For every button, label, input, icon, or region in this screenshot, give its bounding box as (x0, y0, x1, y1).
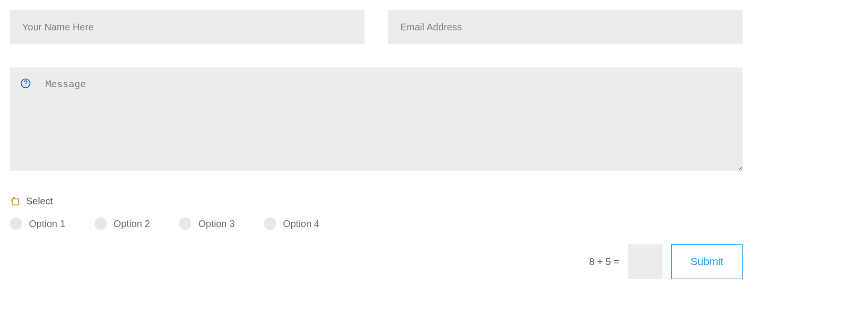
captcha-question: 8 + 5 = (589, 256, 619, 267)
radio-option-label: Option 2 (114, 218, 150, 229)
radio-option-2[interactable]: Option 2 (95, 217, 150, 230)
radio-dot-icon (264, 217, 276, 230)
message-textarea[interactable] (10, 67, 743, 171)
radio-dot-icon (179, 217, 191, 230)
submit-button[interactable]: Submit (671, 244, 743, 279)
help-icon (20, 78, 31, 89)
radio-option-4[interactable]: Option 4 (264, 217, 320, 230)
email-input[interactable] (388, 10, 743, 44)
radio-option-label: Option 4 (283, 218, 320, 229)
select-label-row: Select (10, 196, 743, 207)
select-label: Select (26, 196, 53, 207)
svg-rect-2 (13, 199, 19, 205)
radio-option-label: Option 1 (29, 218, 66, 229)
name-email-row (10, 10, 743, 44)
radio-option-3[interactable]: Option 3 (179, 217, 235, 230)
form-footer: 8 + 5 = Submit (10, 244, 743, 279)
radio-group: Option 1 Option 2 Option 3 Option 4 (10, 217, 743, 230)
radio-option-label: Option 3 (198, 218, 235, 229)
radio-dot-icon (95, 217, 107, 230)
name-input[interactable] (10, 10, 365, 44)
svg-point-1 (25, 85, 26, 86)
captcha-input[interactable] (628, 244, 663, 279)
radio-option-1[interactable]: Option 1 (10, 217, 66, 230)
radio-dot-icon (10, 217, 22, 230)
message-wrap (10, 67, 743, 173)
contact-form: Select Option 1 Option 2 Option 3 Option… (10, 10, 743, 279)
select-icon (10, 196, 20, 207)
